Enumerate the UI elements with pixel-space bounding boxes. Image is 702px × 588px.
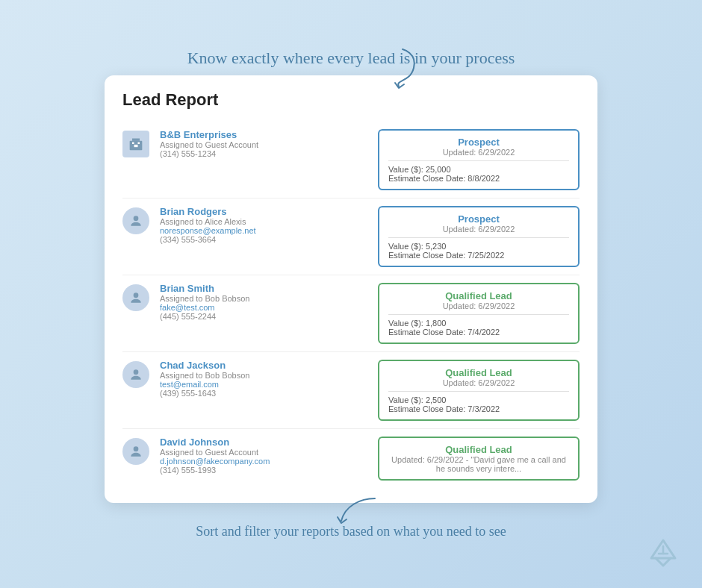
lead-info-bb-enterprises: B&B Enterprises Assigned to Guest Accoun… — [160, 129, 367, 158]
lead-row-brian-smith: Brian Smith Assigned to Bob Bobson fake@… — [122, 275, 580, 352]
avatar-david-johnson — [122, 438, 149, 465]
lead-email: test@email.com — [160, 380, 367, 389]
status-box-chad-jackson: Qualified Lead Updated: 6/29/2022 Value … — [378, 360, 580, 421]
status-value: Value ($): 2,500 — [388, 395, 569, 404]
lead-name: B&B Enterprises — [160, 129, 367, 140]
lead-report-card: Lead Report B&B Enterprises Assigned to … — [105, 75, 597, 503]
status-title: Qualified Lead — [388, 367, 569, 378]
lead-assigned: Assigned to Alice Alexis — [160, 217, 367, 226]
svg-point-6 — [134, 216, 139, 221]
status-box-david-johnson: Qualified Lead Updated: 6/29/2022 - "Dav… — [378, 437, 580, 481]
bottom-text-wrap: Sort and filter your reports based on wh… — [196, 513, 506, 539]
lead-email: d.johnson@fakecompany.com — [160, 457, 367, 466]
arrow-bottom-icon — [330, 495, 390, 532]
status-box-brian-rodgers: Prospect Updated: 6/29/2022 Value ($): 5… — [378, 206, 580, 267]
svg-rect-3 — [136, 145, 138, 147]
status-updated: Updated: 6/29/2022 — [388, 378, 569, 392]
lead-email: fake@test.com — [160, 303, 367, 312]
status-close-date: Estimate Close Date: 7/4/2022 — [388, 328, 569, 337]
status-close-date: Estimate Close Date: 7/3/2022 — [388, 404, 569, 413]
card-title: Lead Report — [122, 90, 580, 110]
lead-info-chad-jackson: Chad Jackson Assigned to Bob Bobson test… — [160, 360, 367, 398]
svg-rect-2 — [134, 145, 137, 147]
svg-rect-5 — [138, 143, 140, 145]
lead-name: Brian Smith — [160, 283, 367, 294]
lead-email: noresponse@example.net — [160, 226, 367, 235]
lead-info-brian-rodgers: Brian Rodgers Assigned to Alice Alexis n… — [160, 206, 367, 244]
lead-assigned: Assigned to Bob Bobson — [160, 371, 367, 380]
lead-phone: (314) 555-1234 — [160, 149, 367, 158]
arrow-top-icon — [380, 46, 425, 90]
svg-point-8 — [134, 369, 139, 375]
lead-phone: (334) 555-3664 — [160, 235, 367, 244]
lead-row-david-johnson: David Johnson Assigned to Guest Account … — [122, 429, 580, 488]
lead-assigned: Assigned to Guest Account — [160, 140, 367, 149]
lead-phone: (445) 555-2244 — [160, 312, 367, 321]
status-updated: Updated: 6/29/2022 - "David gave me a ca… — [388, 455, 569, 473]
status-title: Prospect — [388, 137, 569, 148]
lead-row-brian-rodgers: Brian Rodgers Assigned to Alice Alexis n… — [122, 198, 580, 275]
status-title: Qualified Lead — [388, 444, 569, 455]
lead-name: David Johnson — [160, 437, 367, 448]
status-value: Value ($): 25,000 — [388, 165, 569, 174]
svg-rect-1 — [132, 139, 140, 141]
status-box-bb-enterprises: Prospect Updated: 6/29/2022 Value ($): 2… — [378, 129, 580, 190]
lead-assigned: Assigned to Guest Account — [160, 448, 367, 457]
svg-rect-4 — [132, 143, 134, 145]
status-close-date: Estimate Close Date: 8/8/2022 — [388, 174, 569, 183]
status-value: Value ($): 1,800 — [388, 319, 569, 328]
building-icon — [122, 131, 149, 157]
lead-name: Brian Rodgers — [160, 206, 367, 217]
logo-corner — [647, 537, 680, 573]
lead-assigned: Assigned to Bob Bobson — [160, 294, 367, 303]
lead-info-david-johnson: David Johnson Assigned to Guest Account … — [160, 437, 367, 475]
status-updated: Updated: 6/29/2022 — [388, 148, 569, 161]
avatar-brian-rodgers — [122, 207, 149, 234]
lead-row-chad-jackson: Chad Jackson Assigned to Bob Bobson test… — [122, 352, 580, 429]
top-text: Know exactly where every lead is in your… — [187, 49, 515, 68]
status-box-brian-smith: Qualified Lead Updated: 6/29/2022 Value … — [378, 283, 580, 344]
status-updated: Updated: 6/29/2022 — [388, 301, 569, 315]
status-updated: Updated: 6/29/2022 — [388, 225, 569, 238]
status-title: Qualified Lead — [388, 290, 569, 301]
lead-phone: (314) 555-1993 — [160, 466, 367, 475]
lead-info-brian-smith: Brian Smith Assigned to Bob Bobson fake@… — [160, 283, 367, 321]
svg-point-7 — [134, 293, 139, 298]
status-value: Value ($): 5,230 — [388, 242, 569, 251]
status-close-date: Estimate Close Date: 7/25/2022 — [388, 251, 569, 260]
svg-point-9 — [134, 446, 139, 451]
lead-row-bb-enterprises: B&B Enterprises Assigned to Guest Accoun… — [122, 122, 580, 198]
lead-phone: (439) 555-1643 — [160, 389, 367, 398]
lead-name: Chad Jackson — [160, 360, 367, 371]
avatar-chad-jackson — [122, 361, 149, 388]
avatar-brian-smith — [122, 284, 149, 311]
status-title: Prospect — [388, 213, 569, 225]
